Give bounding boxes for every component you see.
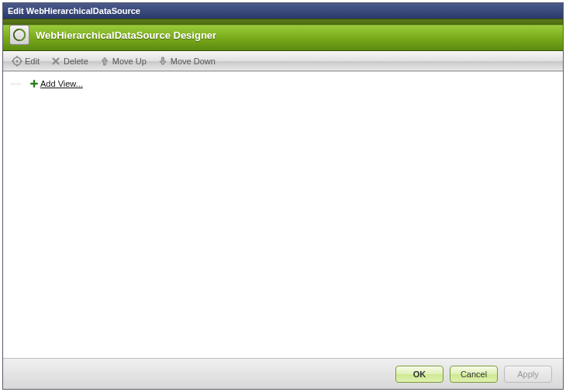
apply-button: Apply xyxy=(504,366,552,383)
tree-root-item: ┈┈ Add View... xyxy=(11,77,555,91)
move-up-button[interactable]: Move Up xyxy=(95,54,150,68)
edit-button[interactable]: Edit xyxy=(8,54,43,68)
tree-connector-icon: ┈┈ xyxy=(11,80,28,88)
ok-button[interactable]: OK xyxy=(395,366,443,383)
designer-title: WebHierarchicalDataSource Designer xyxy=(36,29,216,41)
svg-point-2 xyxy=(16,60,19,63)
move-up-label: Move Up xyxy=(112,57,147,66)
designer-header: WebHierarchicalDataSource Designer xyxy=(3,19,563,51)
edit-label: Edit xyxy=(25,57,40,66)
cancel-label: Cancel xyxy=(461,370,487,379)
toolbar: Edit Delete Move Up Move Down xyxy=(3,51,563,71)
add-view-link[interactable]: Add View... xyxy=(40,79,83,88)
apply-label: Apply xyxy=(517,370,539,379)
dialog-button-bar: OK Cancel Apply xyxy=(3,358,563,389)
arrow-down-icon xyxy=(157,56,168,67)
dialog-titlebar[interactable]: Edit WebHierarchicalDataSource xyxy=(3,3,563,19)
ok-label: OK xyxy=(413,370,426,379)
delete-label: Delete xyxy=(64,57,88,66)
move-down-button[interactable]: Move Down xyxy=(154,54,219,68)
arrow-up-icon xyxy=(99,56,110,67)
move-down-label: Move Down xyxy=(171,57,216,66)
dialog-title: Edit WebHierarchicalDataSource xyxy=(8,6,140,15)
gear-icon xyxy=(12,56,22,67)
dialog-window: Edit WebHierarchicalDataSource WebHierar… xyxy=(2,2,564,390)
delete-button[interactable]: Delete xyxy=(47,54,92,68)
plus-icon xyxy=(29,79,39,88)
datasource-icon xyxy=(9,25,29,45)
tree-panel: ┈┈ Add View... xyxy=(3,71,563,358)
delete-icon xyxy=(50,56,61,67)
cancel-button[interactable]: Cancel xyxy=(450,366,498,383)
